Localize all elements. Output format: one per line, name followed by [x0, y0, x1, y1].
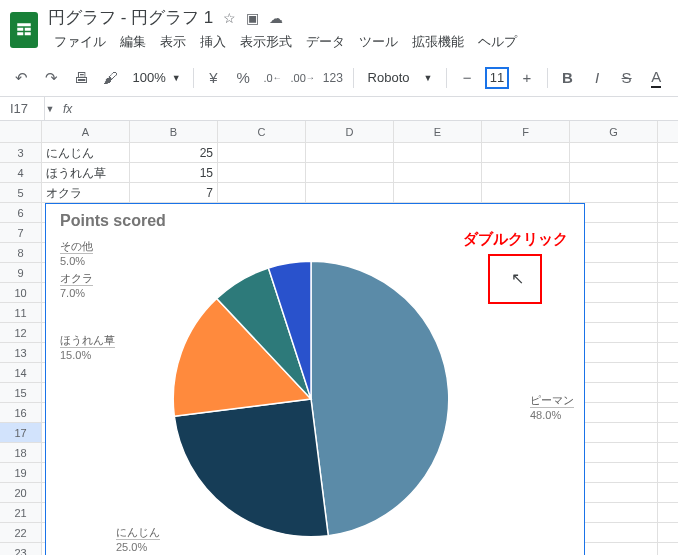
- menu-edit[interactable]: 編集: [114, 31, 152, 53]
- row-header[interactable]: 22: [0, 523, 42, 542]
- cell[interactable]: [306, 183, 394, 202]
- row-header[interactable]: 4: [0, 163, 42, 182]
- increase-font-button[interactable]: +: [515, 65, 539, 91]
- select-all-corner[interactable]: [0, 121, 42, 142]
- menu-format[interactable]: 表示形式: [234, 31, 298, 53]
- row-header[interactable]: 17: [0, 423, 42, 442]
- chart-title: Points scored: [60, 212, 166, 230]
- font-size-input[interactable]: 11: [485, 67, 509, 89]
- menubar: ファイル 編集 表示 挿入 表示形式 データ ツール 拡張機能 ヘルプ: [48, 31, 668, 53]
- slice-label-hourensou: ほうれん草15.0%: [60, 334, 115, 362]
- row-header[interactable]: 11: [0, 303, 42, 322]
- cell[interactable]: にんじん: [42, 143, 130, 162]
- row-header[interactable]: 6: [0, 203, 42, 222]
- cell[interactable]: [306, 163, 394, 182]
- text-color-button[interactable]: A: [644, 65, 668, 91]
- cell[interactable]: [394, 163, 482, 182]
- cell[interactable]: [218, 183, 306, 202]
- name-box-dropdown-icon[interactable]: ▼: [45, 104, 55, 114]
- row-header[interactable]: 7: [0, 223, 42, 242]
- row-header[interactable]: 3: [0, 143, 42, 162]
- column-header[interactable]: C: [218, 121, 306, 142]
- menu-view[interactable]: 表示: [154, 31, 192, 53]
- zoom-select[interactable]: 100%▼: [129, 70, 185, 85]
- cell[interactable]: 25: [130, 143, 218, 162]
- menu-help[interactable]: ヘルプ: [472, 31, 523, 53]
- redo-button[interactable]: ↷: [40, 65, 64, 91]
- font-select[interactable]: Roboto▼: [362, 70, 439, 85]
- name-box[interactable]: I17: [0, 97, 45, 120]
- annotation-text: ダブルクリック: [463, 230, 568, 249]
- undo-button[interactable]: ↶: [10, 65, 34, 91]
- cell[interactable]: [570, 183, 658, 202]
- number-format-button[interactable]: 123: [321, 65, 345, 91]
- slice-label-okura: オクラ7.0%: [60, 272, 93, 300]
- star-icon[interactable]: ☆: [223, 10, 236, 26]
- cell[interactable]: [218, 163, 306, 182]
- cursor-icon: ↖: [511, 269, 524, 288]
- strike-button[interactable]: S: [615, 65, 639, 91]
- row-header[interactable]: 14: [0, 363, 42, 382]
- cell[interactable]: オクラ: [42, 183, 130, 202]
- row-header[interactable]: 8: [0, 243, 42, 262]
- column-header[interactable]: B: [130, 121, 218, 142]
- menu-data[interactable]: データ: [300, 31, 351, 53]
- percent-button[interactable]: %: [231, 65, 255, 91]
- row-header[interactable]: 15: [0, 383, 42, 402]
- currency-button[interactable]: ¥: [202, 65, 226, 91]
- menu-file[interactable]: ファイル: [48, 31, 112, 53]
- row-header[interactable]: 19: [0, 463, 42, 482]
- column-header[interactable]: F: [482, 121, 570, 142]
- row-header[interactable]: 23: [0, 543, 42, 555]
- row-header[interactable]: 5: [0, 183, 42, 202]
- slice-label-ninjin: にんじん25.0%: [116, 526, 160, 554]
- cell[interactable]: [570, 143, 658, 162]
- cell[interactable]: [482, 143, 570, 162]
- print-button[interactable]: 🖶: [69, 65, 93, 91]
- row-header[interactable]: 16: [0, 403, 42, 422]
- menu-insert[interactable]: 挿入: [194, 31, 232, 53]
- move-icon[interactable]: ▣: [246, 10, 259, 26]
- bold-button[interactable]: B: [556, 65, 580, 91]
- row-header[interactable]: 20: [0, 483, 42, 502]
- column-header[interactable]: A: [42, 121, 130, 142]
- cell[interactable]: [482, 163, 570, 182]
- row-header[interactable]: 21: [0, 503, 42, 522]
- slice-label-piman: ピーマン48.0%: [530, 394, 574, 422]
- pie-chart: [166, 254, 456, 544]
- decrease-decimal-button[interactable]: .0←: [261, 65, 285, 91]
- fx-label: fx: [55, 102, 80, 116]
- row-header[interactable]: 13: [0, 343, 42, 362]
- cell[interactable]: 7: [130, 183, 218, 202]
- cell[interactable]: [570, 163, 658, 182]
- row-header[interactable]: 12: [0, 323, 42, 342]
- cell[interactable]: [218, 143, 306, 162]
- sheets-logo: [10, 12, 38, 48]
- row-header[interactable]: 18: [0, 443, 42, 462]
- cell[interactable]: [482, 183, 570, 202]
- italic-button[interactable]: I: [585, 65, 609, 91]
- menu-extensions[interactable]: 拡張機能: [406, 31, 470, 53]
- chart-object[interactable]: Points scored ピーマン48.0% にんじん25.0% ほうれん草1…: [45, 203, 585, 555]
- column-header[interactable]: G: [570, 121, 658, 142]
- menu-tools[interactable]: ツール: [353, 31, 404, 53]
- cell[interactable]: 15: [130, 163, 218, 182]
- slice-label-sonota: その他5.0%: [60, 240, 93, 268]
- cell[interactable]: ほうれん草: [42, 163, 130, 182]
- row-header[interactable]: 9: [0, 263, 42, 282]
- paint-format-button[interactable]: 🖌: [99, 65, 123, 91]
- toolbar: ↶ ↷ 🖶 🖌 100%▼ ¥ % .0← .00→ 123 Roboto▼ −…: [0, 59, 678, 97]
- column-header[interactable]: E: [394, 121, 482, 142]
- decrease-font-button[interactable]: −: [455, 65, 479, 91]
- cloud-icon[interactable]: ☁: [269, 10, 283, 26]
- cell[interactable]: [306, 143, 394, 162]
- increase-decimal-button[interactable]: .00→: [291, 65, 315, 91]
- document-title[interactable]: 円グラフ - 円グラフ 1: [48, 6, 213, 29]
- cell[interactable]: [394, 143, 482, 162]
- cell[interactable]: [394, 183, 482, 202]
- column-header[interactable]: D: [306, 121, 394, 142]
- row-header[interactable]: 10: [0, 283, 42, 302]
